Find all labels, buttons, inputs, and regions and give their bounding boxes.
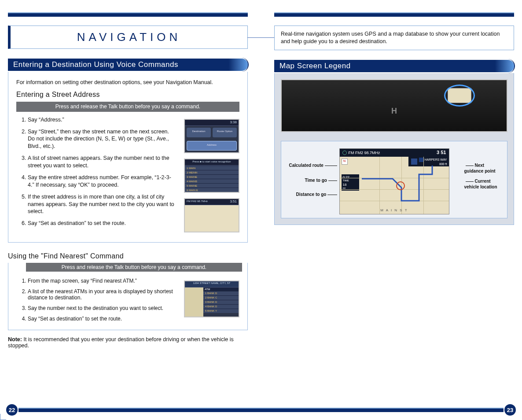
page-number-left: 22	[6, 404, 18, 416]
find-nearest-steps: From the map screen, say “Find nearest A…	[16, 278, 175, 322]
section-voice-commands-header: Entering a Destination Using Voice Comma…	[8, 59, 248, 71]
top-rule-left	[8, 12, 248, 17]
intro-text: Real-time navigation system uses GPS and…	[281, 31, 500, 44]
compass-icon	[342, 151, 347, 155]
step-3: A list of street names appears. Say the …	[28, 155, 175, 169]
callout-time-to-go: Time to go	[305, 177, 338, 184]
top-rule-right	[274, 12, 514, 17]
figure-nav-menu-time: 3:38	[230, 120, 237, 124]
street-address-steps: Say “Address.” Say “Street,” then say th…	[16, 116, 175, 228]
manual-reference-text: For information on setting other destina…	[16, 79, 239, 86]
navigation-title-box: NAVIGATION	[8, 26, 248, 49]
subheading-street-address: Entering a Street Address	[16, 90, 239, 99]
step-5: If the street address is in more than on…	[28, 193, 175, 216]
figure-nav-menu: 3:38 DestinationRoute Option Address Add…	[184, 119, 239, 153]
figure-atm-list: 1234 STREET NAME, CITY, ST ATM 1 BANK D …	[184, 280, 239, 317]
note-text: Note: It is recommended that you enter y…	[8, 336, 248, 349]
step-2: Say “Street,” then say the street name o…	[28, 128, 175, 151]
section-map-legend-title: Map Screen Legend	[279, 62, 351, 70]
figure-map-legend: FM FM2 98.7MHz 3 51 HARPERS WAY 800 ft N	[281, 141, 507, 218]
fn-step-3: Say the number next to the destination y…	[28, 305, 175, 311]
page-right: Real-time navigation system uses GPS and…	[261, 0, 522, 420]
figure-dashboard: H	[281, 79, 507, 132]
section-voice-commands-title: Entering a Destination Using Voice Comma…	[13, 60, 178, 69]
map-clock: 3 51	[437, 149, 446, 156]
corner-mark-icon	[0, 414, 6, 420]
callout-distance-to-go: Distance to go	[296, 192, 339, 198]
page-left: NAVIGATION Entering a Destination Using …	[0, 0, 261, 420]
radio-text: FM FM2 98.7MHz	[349, 150, 380, 155]
callout-next-guidance: Next guidance point	[464, 162, 504, 174]
section-map-legend-body: H FM FM2 98.7MHz 3 51	[274, 73, 514, 225]
route-line-icon	[340, 157, 449, 214]
bottom-rule-right	[261, 408, 504, 412]
callout-calculated-route: Calculated route	[289, 162, 338, 169]
step-4: Say the entire street address number. Fo…	[28, 174, 175, 189]
note-label: Note:	[8, 336, 22, 343]
guidance-point-icon	[411, 158, 417, 165]
bottom-rule-left	[18, 408, 261, 412]
step-1: Say “Address.”	[28, 116, 175, 124]
callout-vehicle-location: Current vehicle location	[464, 178, 504, 190]
subheading-find-nearest: Using the "Find Nearest" Command	[8, 252, 248, 260]
dashboard-highlight-circle-icon	[444, 85, 475, 107]
section-map-legend-header: Map Screen Legend	[274, 60, 514, 72]
figure-street-list: Press ■ to start voice recognition 1 MAI…	[184, 158, 239, 193]
note-body: It is recommended that you enter your de…	[8, 336, 234, 349]
fn-step-1: From the map screen, say “Find nearest A…	[28, 278, 175, 284]
fn-step-4: Say “Set as destination” to set the rout…	[28, 316, 175, 322]
street-label: M A I N S T	[340, 208, 449, 213]
honda-logo-icon: H	[391, 106, 397, 116]
step-6: Say “Set as destination” to set the rout…	[28, 220, 175, 227]
talk-instruction-bar-2: Press and release the Talk button before…	[26, 263, 242, 272]
navigation-title: NAVIGATION	[11, 30, 247, 44]
page-number-right: 23	[504, 404, 516, 416]
vehicle-location-icon	[396, 181, 405, 190]
figure-map-small: FM FM2 98.7MHz 3:51	[184, 198, 239, 232]
section-voice-commands-body: For information on setting other destina…	[8, 72, 248, 243]
fn-step-2: A list of the nearest ATMs in your area …	[28, 288, 175, 301]
intro-box: Real-time navigation system uses GPS and…	[274, 26, 514, 50]
map-screen: FM FM2 98.7MHz 3 51 HARPERS WAY 800 ft N	[339, 148, 449, 214]
talk-instruction-bar-1: Press and release the Talk button before…	[16, 102, 239, 111]
